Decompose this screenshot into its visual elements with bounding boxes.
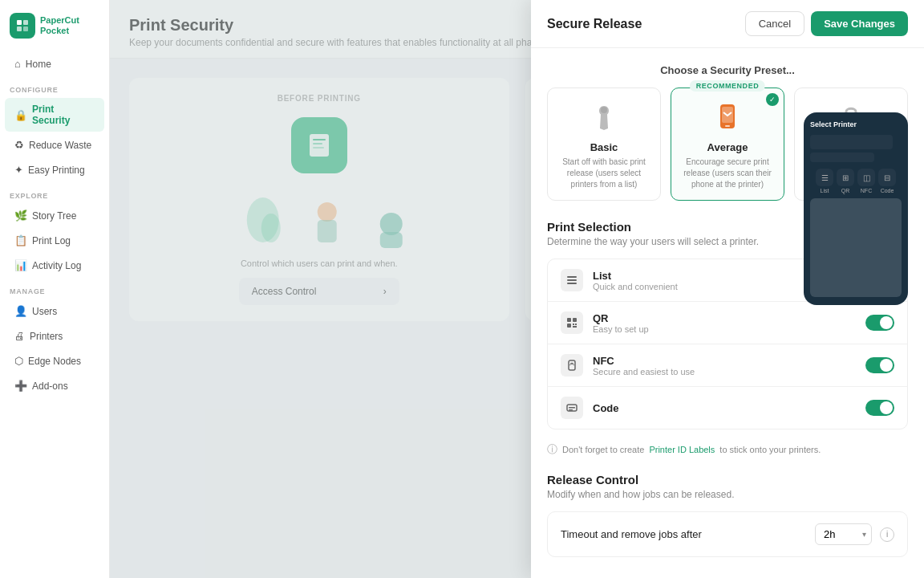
option-nfc-name: NFC [593, 355, 856, 367]
timeout-row: Timeout and remove jobs after 30m 1h 2h … [547, 511, 908, 557]
phone-mockup-title: Select Printer [810, 120, 902, 128]
reduce-waste-icon: ♻ [14, 139, 24, 151]
sidebar-item-story-tree[interactable]: 🌿 Story Tree [5, 204, 104, 227]
phone-qr-icon: ⊞ [837, 169, 854, 186]
svg-rect-1 [23, 20, 28, 25]
sidebar-section-manage: Manage [0, 278, 109, 299]
svg-point-14 [601, 107, 607, 113]
timeout-select[interactable]: 30m 1h 2h 4h 8h Never [815, 523, 872, 545]
phone-list-label: List [821, 188, 829, 193]
cancel-button[interactable]: Cancel [745, 11, 804, 36]
preset-basic-desc: Start off with basic print release (user… [556, 157, 652, 190]
preset-average-name: Average [679, 141, 776, 153]
logo-subtext: Pocket [40, 26, 79, 36]
option-code-info: Code [593, 402, 856, 414]
timeout-info-button[interactable]: i [880, 527, 894, 542]
sidebar-item-printers[interactable]: 🖨 Printers [5, 324, 104, 348]
selected-checkmark: ✓ [766, 93, 779, 106]
svg-rect-25 [567, 324, 571, 328]
svg-rect-21 [567, 279, 577, 281]
phone-icon-qr: ⊞ QR [837, 169, 854, 193]
activity-log-icon: 📊 [14, 259, 27, 271]
sidebar-item-home[interactable]: ⌂ Home [5, 52, 104, 75]
svg-rect-23 [567, 318, 571, 322]
edge-nodes-icon: ⬡ [14, 355, 23, 367]
nfc-toggle[interactable] [865, 357, 894, 373]
release-control-desc: Modify when and how jobs can be released… [547, 489, 908, 500]
modal-actions: Cancel Save Changes [745, 11, 908, 36]
sidebar-item-print-security[interactable]: 🔒 Print Security [5, 98, 104, 132]
print-security-icon: 🔒 [14, 109, 27, 121]
modal-title: Secure Release [547, 17, 642, 31]
phone-mockup-input2 [810, 153, 874, 162]
preset-average-desc: Encourage secure print release (users sc… [679, 157, 776, 190]
phone-mockup: Select Printer ☰ List ⊞ QR ◫ NFC ⊟ Code [804, 112, 908, 305]
save-changes-button[interactable]: Save Changes [811, 11, 908, 36]
logo-text: PaperCut [40, 15, 79, 26]
phone-mockup-icons: ☰ List ⊞ QR ◫ NFC ⊟ Code [810, 169, 902, 193]
printer-id-labels-link[interactable]: Printer ID Labels [649, 445, 715, 454]
sidebar-section-configure: Configure [0, 76, 109, 97]
svg-rect-20 [567, 276, 577, 278]
sidebar-item-print-log[interactable]: 📋 Print Log [5, 229, 104, 252]
release-control-title: Release Control [547, 473, 908, 486]
phone-code-label: Code [881, 188, 894, 193]
phone-icon-nfc: ◫ NFC [857, 169, 875, 193]
qr-option-icon [561, 311, 583, 334]
svg-rect-2 [17, 26, 22, 31]
story-tree-icon: 🌿 [14, 210, 27, 222]
phone-icon-list: ☰ List [816, 169, 833, 193]
printers-icon: 🖨 [14, 330, 25, 342]
modal-header: Secure Release Cancel Save Changes [531, 0, 924, 48]
option-nfc-desc: Secure and easiest to use [593, 367, 856, 377]
logo: PaperCut Pocket [0, 0, 109, 51]
sidebar-item-easy-printing[interactable]: ✦ Easy Printing [5, 158, 104, 181]
svg-rect-28 [573, 326, 577, 328]
qr-toggle[interactable] [865, 315, 894, 331]
phone-icon-code: ⊟ Code [878, 169, 896, 193]
home-icon: ⌂ [14, 58, 21, 70]
preset-average[interactable]: Recommended ✓ Average Encourage secure p… [671, 88, 784, 201]
phone-mockup-input [810, 135, 893, 149]
list-option-icon [561, 269, 583, 291]
info-text: Don't forget to create [562, 445, 644, 454]
phone-qr-label: QR [841, 188, 850, 193]
svg-rect-17 [725, 125, 730, 127]
svg-rect-0 [17, 20, 22, 25]
code-toggle[interactable] [865, 400, 894, 416]
sidebar-item-add-ons[interactable]: ➕ Add-ons [5, 374, 104, 397]
svg-rect-27 [575, 324, 577, 325]
timeout-label: Timeout and remove jobs after [561, 528, 807, 540]
sidebar: PaperCut Pocket ⌂ Home Configure 🔒 Print… [0, 0, 110, 578]
option-qr-info: QR Easy to set up [593, 312, 856, 334]
phone-nfc-icon: ◫ [857, 169, 875, 186]
svg-rect-26 [573, 324, 574, 325]
preset-basic-name: Basic [556, 141, 652, 153]
preset-section-label: Choose a Security Preset... [547, 64, 908, 76]
phone-nfc-label: NFC [861, 188, 872, 193]
preset-basic[interactable]: Basic Start off with basic print release… [547, 88, 661, 201]
recommended-badge: Recommended [690, 80, 765, 92]
svg-rect-24 [573, 318, 577, 322]
sidebar-item-activity-log[interactable]: 📊 Activity Log [5, 254, 104, 277]
add-ons-icon: ➕ [14, 380, 27, 392]
phone-list-icon: ☰ [816, 169, 833, 186]
timeout-select-wrap: 30m 1h 2h 4h 8h Never [815, 523, 872, 545]
sidebar-item-edge-nodes[interactable]: ⬡ Edge Nodes [5, 349, 104, 372]
option-qr-name: QR [593, 312, 856, 324]
option-code-name: Code [593, 402, 856, 414]
preset-basic-icon [586, 100, 622, 135]
option-code-row: Code [548, 387, 907, 429]
svg-rect-3 [23, 26, 28, 31]
sidebar-item-users[interactable]: 👤 Users [5, 299, 104, 323]
preset-average-icon [710, 100, 745, 135]
sidebar-item-reduce-waste[interactable]: ♻ Reduce Waste [5, 133, 104, 157]
nfc-option-icon [561, 354, 583, 377]
phone-code-icon: ⊟ [878, 169, 896, 186]
info-text2: to stick onto your printers. [719, 445, 821, 454]
option-nfc-row: NFC Secure and easiest to use [548, 344, 907, 387]
code-option-icon [561, 397, 583, 419]
printer-labels-info: ⓘ Don't forget to create Printer ID Labe… [547, 442, 908, 457]
option-qr-desc: Easy to set up [593, 324, 856, 334]
svg-rect-22 [567, 283, 577, 284]
